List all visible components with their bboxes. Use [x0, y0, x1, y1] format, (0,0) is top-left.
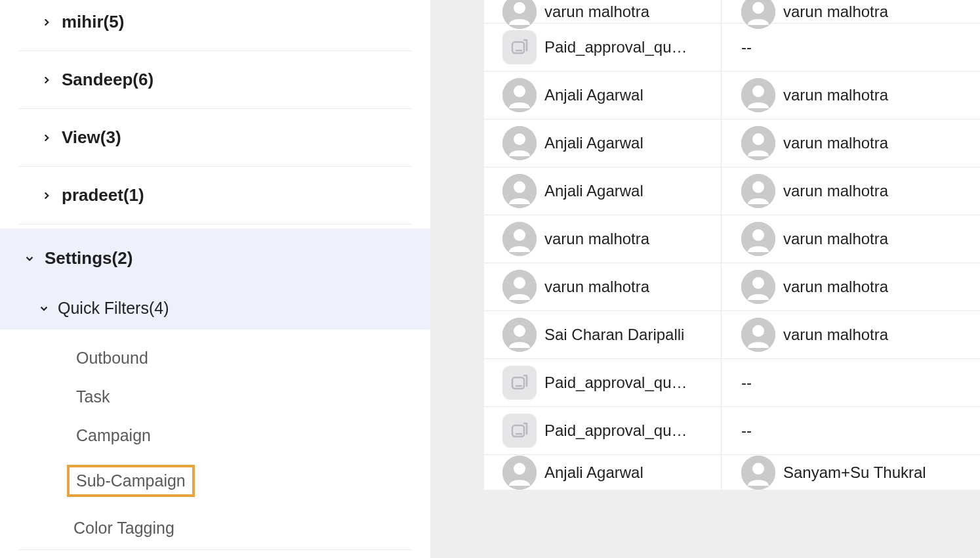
svg-point-32	[514, 463, 525, 475]
avatar-icon	[502, 318, 537, 352]
cell-owner: varun malhotra	[722, 0, 980, 23]
svg-rect-4	[512, 42, 524, 53]
cell-assignee: Paid_approval_qu…	[484, 359, 722, 406]
svg-point-34	[752, 463, 764, 475]
sidebar-group[interactable]: mihir(5)	[17, 0, 413, 51]
group-label: pradeet(1)	[62, 185, 144, 205]
settings-label: Settings(2)	[45, 248, 133, 268]
assignee-text: Paid_approval_qu…	[544, 38, 687, 56]
assignee-text: varun malhotra	[544, 230, 649, 248]
assignee-text: Anjali Agarwal	[544, 182, 643, 200]
quick-filter-item[interactable]: Outbound	[0, 339, 430, 377]
quick-filter-item[interactable]: Campaign	[0, 416, 430, 455]
quick-filters-header[interactable]: Quick Filters(4)	[0, 288, 430, 330]
cell-owner: varun malhotra	[722, 119, 980, 167]
avatar-icon	[741, 270, 775, 304]
quick-filters-label: Quick Filters(4)	[58, 299, 169, 318]
cell-owner: Sanyam+Su Thukral	[722, 455, 980, 490]
sidebar-group[interactable]: View(3)	[17, 109, 413, 167]
svg-point-8	[752, 85, 764, 97]
sidebar: mihir(5) Sandeep(6) View(3) pradeet(1) S…	[0, 0, 430, 558]
svg-point-18	[514, 229, 525, 241]
avatar-icon	[741, 222, 775, 256]
svg-rect-29	[512, 377, 524, 389]
cell-owner: varun malhotra	[722, 72, 980, 119]
quick-filter-item[interactable]: Sub-Campaign	[0, 455, 430, 507]
owner-text: Sanyam+Su Thukral	[783, 463, 926, 482]
avatar-icon	[741, 78, 775, 112]
assignee-text: Anjali Agarwal	[544, 463, 643, 482]
table-row[interactable]: varun malhotra varun malhotra	[484, 0, 980, 24]
table-row[interactable]: varun malhotra varun malhotra	[484, 215, 980, 263]
sidebar-group[interactable]: Sandeep(6)	[17, 51, 413, 109]
assignee-text: Anjali Agarwal	[544, 134, 643, 152]
avatar-icon	[502, 222, 537, 256]
svg-point-14	[514, 181, 525, 193]
table-row[interactable]: Anjali Agarwal varun malhotra	[484, 119, 980, 167]
quick-filter-label: Campaign	[76, 426, 151, 445]
avatar-icon	[502, 270, 537, 304]
svg-rect-30	[512, 425, 524, 437]
svg-point-24	[752, 277, 764, 289]
svg-point-10	[514, 133, 525, 145]
assignee-text: Paid_approval_qu…	[544, 374, 687, 392]
avatar-icon	[741, 318, 775, 352]
main-panel: varun malhotra varun malhotra Paid_appro…	[430, 0, 980, 558]
settings-header[interactable]: Settings(2)	[0, 228, 430, 288]
cell-owner: --	[722, 359, 980, 406]
chevron-right-icon	[41, 132, 52, 144]
cell-assignee: Anjali Agarwal	[484, 167, 722, 215]
cell-owner: varun malhotra	[722, 215, 980, 263]
cell-owner: varun malhotra	[722, 311, 980, 358]
table-row[interactable]: Paid_approval_qu… --	[484, 24, 980, 72]
svg-point-1	[514, 2, 525, 14]
assignee-text: varun malhotra	[544, 3, 649, 21]
avatar-icon	[502, 456, 537, 490]
table-row[interactable]: Anjali Agarwal varun malhotra	[484, 72, 980, 119]
table-row[interactable]: Paid_approval_qu… --	[484, 359, 980, 407]
cell-owner: --	[722, 407, 980, 454]
quick-filter-label: Task	[76, 387, 110, 406]
chevron-right-icon	[41, 190, 52, 202]
owner-text: varun malhotra	[783, 182, 888, 200]
table-row[interactable]: Anjali Agarwal varun malhotra	[484, 167, 980, 215]
table-row[interactable]: Paid_approval_qu… --	[484, 407, 980, 455]
owner-text: varun malhotra	[783, 3, 888, 21]
table-row[interactable]: varun malhotra varun malhotra	[484, 263, 980, 311]
assignee-text: Paid_approval_qu…	[544, 421, 687, 440]
cell-assignee: Paid_approval_qu…	[484, 24, 722, 71]
assignee-text: varun malhotra	[544, 278, 649, 296]
color-tagging-label: Color Tagging	[73, 519, 174, 537]
chevron-right-icon	[41, 74, 52, 86]
color-tagging-item[interactable]: Color Tagging	[17, 507, 413, 550]
cell-assignee: varun malhotra	[484, 215, 722, 263]
table: varun malhotra varun malhotra Paid_appro…	[484, 0, 980, 490]
footer-gap	[484, 490, 980, 558]
cell-assignee: Anjali Agarwal	[484, 119, 722, 167]
group-label: mihir(5)	[62, 12, 124, 32]
quick-filter-item[interactable]: Task	[0, 377, 430, 416]
svg-point-28	[752, 325, 764, 337]
table-row[interactable]: Anjali Agarwal Sanyam+Su Thukral	[484, 455, 980, 490]
avatar-icon	[502, 126, 537, 160]
avatar-icon	[502, 174, 537, 208]
avatar-icon	[741, 126, 775, 160]
queue-icon	[502, 414, 537, 448]
svg-point-20	[752, 229, 764, 241]
empty-value: --	[741, 374, 752, 392]
cell-assignee: varun malhotra	[484, 0, 722, 23]
empty-value: --	[741, 38, 752, 56]
cell-assignee: varun malhotra	[484, 263, 722, 311]
owner-text: varun malhotra	[783, 278, 888, 296]
table-row[interactable]: Sai Charan Daripalli varun malhotra	[484, 311, 980, 359]
chevron-down-icon	[24, 253, 35, 265]
svg-point-22	[514, 277, 525, 289]
owner-text: varun malhotra	[783, 326, 888, 344]
queue-icon	[502, 30, 537, 64]
quick-filter-label: Sub-Campaign	[67, 465, 195, 497]
cell-assignee: Anjali Agarwal	[484, 455, 722, 490]
avatar-icon	[741, 456, 775, 490]
sidebar-group[interactable]: pradeet(1)	[17, 167, 413, 225]
chevron-right-icon	[41, 16, 52, 28]
group-label: View(3)	[62, 127, 121, 148]
